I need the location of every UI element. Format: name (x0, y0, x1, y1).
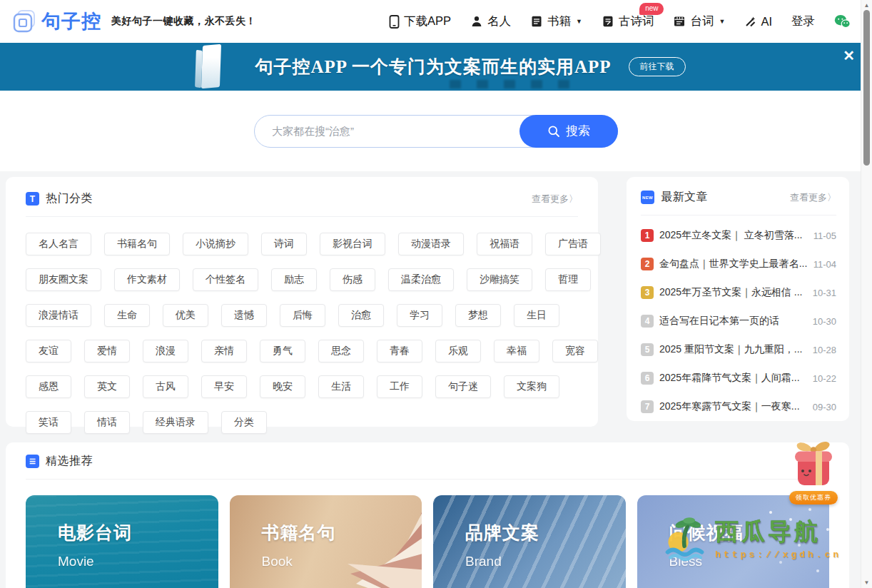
card-subtitle: Bless (669, 554, 830, 569)
divider (26, 216, 578, 217)
category-tag[interactable]: 友谊 (26, 340, 71, 363)
category-tag[interactable]: 祝福语 (477, 233, 532, 255)
category-tag[interactable]: 书籍名句 (104, 233, 170, 255)
category-tag[interactable]: 影视台词 (320, 233, 385, 255)
category-tag[interactable]: 生活 (318, 375, 364, 398)
nav-label: 台词 (690, 14, 714, 29)
new-badge: new (639, 3, 664, 15)
banner-download-button[interactable]: 前往下载 (629, 57, 686, 76)
category-tag[interactable]: 早安 (201, 375, 247, 398)
category-tag[interactable]: 励志 (271, 268, 317, 291)
nav-item-books[interactable]: 书籍 ▼ (530, 14, 582, 29)
nav-item-lines[interactable]: 台词 ▼ (673, 14, 725, 29)
site-logo[interactable]: 句子控 美好句子一键收藏，永不丢失！ (11, 9, 256, 34)
category-tag[interactable]: 个性签名 (193, 268, 258, 291)
card-book-quotes[interactable]: 书籍名句 Book (230, 495, 422, 588)
card-title: 电影台词 (58, 521, 218, 544)
category-tag[interactable]: 浪漫情话 (26, 304, 91, 327)
nav-label: 下载APP (404, 14, 451, 29)
category-tag[interactable]: 沙雕搞笑 (467, 268, 532, 291)
logo-text: 句子控 (41, 9, 101, 34)
category-tag[interactable]: 生命 (104, 304, 150, 327)
article-date: 10-28 (813, 345, 836, 355)
category-tag[interactable]: 动漫语录 (398, 233, 464, 255)
card-greetings-blessings[interactable]: 问候祝福 Bless (637, 495, 830, 588)
category-tag[interactable]: 爱情 (84, 340, 130, 363)
category-tag[interactable]: 学习 (397, 304, 442, 327)
nav-item-celebrities[interactable]: 名人 (470, 14, 511, 29)
gift-coupon-widget[interactable]: 领取优惠券 (784, 438, 843, 505)
category-tag[interactable]: 小说摘抄 (183, 233, 248, 255)
nav-item-ancient-poetry[interactable]: 古诗词 new (602, 14, 654, 29)
category-tag[interactable]: 感恩 (26, 375, 71, 398)
wechat-icon[interactable] (834, 14, 851, 29)
category-tag[interactable]: 优美 (163, 304, 208, 327)
scrollbar-thumb[interactable] (863, 10, 870, 166)
scrollbar-up-arrow[interactable]: ▲ (861, 2, 872, 9)
category-tag[interactable]: 青春 (377, 340, 422, 363)
category-tag[interactable]: 情话 (84, 411, 130, 434)
category-tag[interactable]: 伤感 (330, 268, 375, 291)
scrollbar-down-arrow[interactable]: ▼ (861, 579, 872, 586)
category-tag[interactable]: 经典语录 (143, 411, 208, 434)
category-tag[interactable]: 温柔治愈 (388, 268, 454, 291)
category-tag[interactable]: 广告语 (545, 233, 601, 255)
article-item[interactable]: 2 金句盘点｜世界文学史上最著名... 11-04 (641, 250, 836, 278)
article-item[interactable]: 7 2025年寒露节气文案｜一夜寒... 09-30 (641, 392, 836, 421)
article-title: 2025年万圣节文案｜永远相信 ... (659, 286, 807, 299)
hot-categories-title: 热门分类 (46, 191, 93, 206)
ai-wand-icon (744, 16, 756, 28)
category-tag[interactable]: 生日 (514, 304, 559, 327)
article-list: 1 2025年立冬文案｜ 立冬初雪落... 11-05 2 金句盘点｜世界文学史… (641, 221, 836, 421)
hot-categories-more-link[interactable]: 查看更多〉 (532, 193, 578, 206)
category-tag[interactable]: 文案狗 (504, 375, 559, 398)
article-date: 11-04 (813, 259, 836, 270)
coupon-button[interactable]: 领取优惠券 (789, 491, 838, 505)
article-item[interactable]: 1 2025年立冬文案｜ 立冬初雪落... 11-05 (641, 221, 836, 250)
nav-item-ai[interactable]: AI (744, 15, 772, 29)
category-tag[interactable]: 梦想 (455, 304, 501, 327)
article-item[interactable]: 3 2025年万圣节文案｜永远相信 ... 10-31 (641, 278, 836, 307)
latest-articles-more-link[interactable]: 查看更多〉 (790, 191, 836, 204)
article-item[interactable]: 6 2025年霜降节气文案｜人间霜... 10-22 (641, 364, 836, 392)
banner-close-icon[interactable]: ✕ (843, 49, 855, 63)
category-tag[interactable]: 乐观 (435, 340, 481, 363)
nav-item-login[interactable]: 登录 (791, 14, 815, 29)
nav-item-download-app[interactable]: 下载APP (389, 14, 451, 29)
nav-label: AI (761, 15, 772, 29)
card-brand-copy[interactable]: 品牌文案 Brand (433, 495, 626, 588)
phone-icon (389, 15, 400, 29)
category-tag[interactable]: 晚安 (260, 375, 305, 398)
category-tag[interactable]: 勇气 (260, 340, 305, 363)
card-subtitle: Movie (58, 554, 218, 569)
category-tag[interactable]: 句子迷 (435, 375, 491, 398)
category-tag[interactable]: 后悔 (280, 304, 325, 327)
category-tag[interactable]: 作文素材 (114, 268, 180, 291)
category-tag[interactable]: 幸福 (494, 340, 539, 363)
category-tag[interactable]: 工作 (377, 375, 422, 398)
category-tag[interactable]: 笑话 (26, 411, 71, 434)
category-tag[interactable]: 分类 (221, 411, 267, 434)
search-box: 搜索 (254, 115, 618, 148)
category-tag[interactable]: 哲理 (545, 268, 591, 291)
article-item[interactable]: 5 2025 重阳节文案｜九九重阳，... 10-28 (641, 335, 836, 364)
chevron-down-icon: ▼ (719, 18, 725, 25)
category-tag[interactable]: 亲情 (201, 340, 247, 363)
category-tag[interactable]: 治愈 (338, 304, 384, 327)
category-tag[interactable]: 思念 (318, 340, 364, 363)
category-tag[interactable]: 朋友圈文案 (26, 268, 101, 291)
category-tag[interactable]: 古风 (143, 375, 188, 398)
category-tag[interactable]: 浪漫 (143, 340, 188, 363)
card-movie-lines[interactable]: 电影台词 Movie (26, 495, 218, 588)
category-tag[interactable]: 诗词 (261, 233, 307, 255)
category-tag[interactable]: 宽容 (552, 340, 598, 363)
category-tag[interactable]: 英文 (84, 375, 130, 398)
article-item[interactable]: 4 适合写在日记本第一页的话 10-30 (641, 307, 836, 335)
category-tag[interactable]: 遗憾 (221, 304, 267, 327)
clapperboard-icon (673, 15, 686, 28)
article-title: 2025年寒露节气文案｜一夜寒... (659, 400, 807, 413)
vertical-scrollbar[interactable]: ▲ ▼ (861, 0, 872, 588)
search-button[interactable]: 搜索 (519, 115, 618, 148)
category-tag[interactable]: 名人名言 (26, 233, 91, 255)
app-promo-banner[interactable]: 句子控APP 一个专门为文案而生的实用APP 前往下载 ✕ (0, 43, 872, 91)
